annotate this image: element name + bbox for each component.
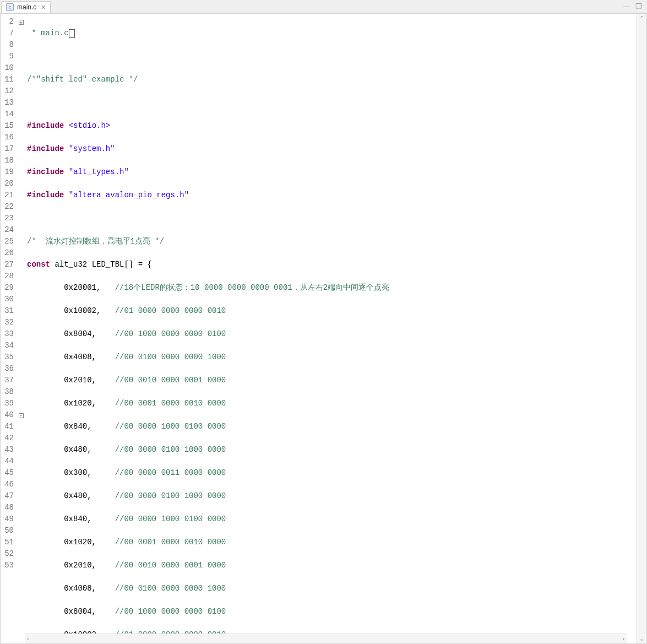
fold-row xyxy=(17,109,25,120)
line-number: 36 xyxy=(1,363,14,375)
line-number: 33 xyxy=(1,328,14,340)
fold-row xyxy=(17,421,25,432)
code-text: 0x840, xyxy=(27,515,115,523)
line-number: 31 xyxy=(1,305,14,317)
fold-row xyxy=(17,294,25,305)
code-text: //00 0001 0000 0010 0000 xyxy=(115,399,226,408)
horizontal-scrollbar[interactable]: ‹ › xyxy=(25,634,627,643)
fold-row xyxy=(17,201,25,213)
code-text: 0x4008, xyxy=(27,353,115,361)
line-number: 44 xyxy=(1,456,14,467)
fold-row xyxy=(17,525,25,537)
fold-row xyxy=(17,513,25,525)
scroll-left-icon[interactable]: ‹ xyxy=(25,634,31,643)
scroll-right-icon[interactable]: › xyxy=(620,634,627,643)
line-number: 11 xyxy=(1,74,14,85)
fold-row xyxy=(17,143,25,155)
code-text: /*"shift led" example */ xyxy=(27,75,138,84)
line-number: 14 xyxy=(1,109,14,120)
fold-row xyxy=(17,386,25,398)
line-number: 50 xyxy=(1,525,14,537)
line-number: 43 xyxy=(1,444,14,456)
fold-row xyxy=(17,502,25,513)
fold-row xyxy=(17,398,25,409)
fold-expand-icon[interactable]: + xyxy=(19,20,24,25)
line-number: 46 xyxy=(1,479,14,490)
line-number: 30 xyxy=(1,294,14,305)
line-number: 28 xyxy=(1,270,14,282)
line-number: 18 xyxy=(1,155,14,166)
fold-placeholder-icon[interactable] xyxy=(69,29,75,38)
minimize-icon[interactable]: — xyxy=(623,3,630,10)
close-icon[interactable]: ✕ xyxy=(40,4,47,11)
code-text: "altera_avalon_pio_regs.h" xyxy=(69,191,189,199)
scroll-up-icon[interactable]: ⌃ xyxy=(637,14,646,23)
line-number: 7 xyxy=(1,28,14,39)
fold-row xyxy=(17,375,25,386)
fold-row xyxy=(17,270,25,282)
code-text: //00 0010 0000 0001 0000 xyxy=(115,376,226,385)
code-text: 0x480, xyxy=(27,491,115,500)
line-number: 38 xyxy=(1,386,14,398)
line-number: 26 xyxy=(1,247,14,259)
code-text: "system.h" xyxy=(69,144,115,153)
line-number: 19 xyxy=(1,166,14,178)
code-text: 0x1020, xyxy=(27,399,115,408)
line-number: 16 xyxy=(1,132,14,143)
code-text: //00 0000 1000 0100 0000 xyxy=(115,515,226,523)
line-number: 9 xyxy=(1,51,14,62)
fold-row xyxy=(17,305,25,317)
fold-row xyxy=(17,155,25,166)
code-text: 0x840, xyxy=(27,422,115,431)
line-number: 13 xyxy=(1,97,14,109)
code-text: 0x300, xyxy=(27,468,115,477)
fold-collapse-icon[interactable]: - xyxy=(19,413,24,418)
code-text: //00 0000 0100 1000 0000 xyxy=(115,445,226,454)
code-text: //00 0010 0000 0001 0000 xyxy=(115,561,226,570)
tab-main-c[interactable]: c main.c ✕ xyxy=(1,1,51,13)
fold-row xyxy=(17,328,25,340)
fold-row xyxy=(17,213,25,224)
scroll-down-icon[interactable]: ⌄ xyxy=(637,634,646,643)
line-number: 39 xyxy=(1,398,14,409)
fold-row xyxy=(17,363,25,375)
code-area[interactable]: * main.c /*"shift led" example */ #inclu… xyxy=(25,14,637,644)
code-text: const xyxy=(27,260,50,269)
code-text: //00 0000 0011 0000 0000 xyxy=(115,468,226,477)
line-number: 24 xyxy=(1,224,14,236)
line-number: 49 xyxy=(1,513,14,525)
fold-row xyxy=(17,97,25,109)
line-number: 21 xyxy=(1,190,14,201)
fold-row xyxy=(17,247,25,259)
code-text: 0x480, xyxy=(27,445,115,454)
line-number: 32 xyxy=(1,317,14,328)
line-number-gutter: 2789101112131415161718192021222324252627… xyxy=(1,14,17,643)
code-text: 0x10002, xyxy=(27,306,115,315)
vertical-scrollbar[interactable]: ⌃ ⌄ xyxy=(637,14,646,643)
fold-row xyxy=(17,62,25,74)
fold-row xyxy=(17,74,25,85)
fold-row xyxy=(17,444,25,456)
tab-filename: main.c xyxy=(17,3,36,11)
code-text: 0x2010, xyxy=(27,376,115,385)
fold-row xyxy=(17,120,25,132)
fold-row: - xyxy=(17,409,25,421)
fold-row xyxy=(17,224,25,236)
line-number: 52 xyxy=(1,548,14,560)
line-number: 35 xyxy=(1,351,14,363)
fold-row xyxy=(17,548,25,560)
fold-row xyxy=(17,39,25,51)
code-text: //18个LEDR的状态：10 0000 0000 0000 0001，从左右2… xyxy=(115,283,389,292)
fold-row xyxy=(17,351,25,363)
fold-row xyxy=(17,259,25,270)
code-text: //00 1000 0000 0000 0100 xyxy=(115,607,226,616)
code-text: 0x20001, xyxy=(27,283,115,292)
fold-row xyxy=(17,178,25,190)
maximize-icon[interactable]: ❐ xyxy=(635,3,643,10)
line-number: 17 xyxy=(1,143,14,155)
fold-row xyxy=(17,317,25,328)
line-number: 25 xyxy=(1,236,14,247)
line-number: 29 xyxy=(1,282,14,294)
code-text: * main.c xyxy=(27,29,69,37)
fold-row xyxy=(17,467,25,479)
